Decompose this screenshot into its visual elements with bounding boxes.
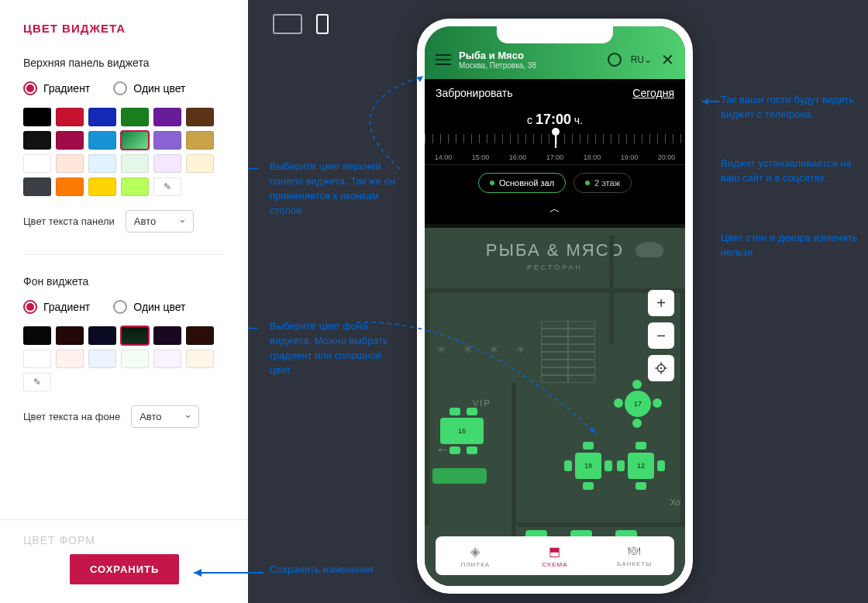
ruler-time-label: 18:00 (584, 153, 601, 161)
zoom-in-button[interactable]: + (648, 290, 674, 316)
nav-tile[interactable]: ◈ ПЛИТКА (436, 536, 515, 575)
color-swatch[interactable] (56, 131, 84, 150)
svg-marker-20 (702, 98, 708, 105)
radio-gradient-header[interactable]: Градиент (23, 81, 90, 95)
header-color-mode-radios: Градиент Один цвет (23, 81, 225, 95)
table-17[interactable]: 17 (625, 391, 651, 417)
time-marker-icon[interactable] (555, 131, 556, 148)
sidebar-footer: ЦВЕТ ФОРМ СОХРАНИТЬ (0, 519, 248, 603)
restaurant-address: Москва, Петровка, 38 (459, 61, 536, 70)
color-swatch[interactable] (56, 154, 84, 173)
color-swatch[interactable] (23, 131, 51, 150)
sidebar-title: ЦВЕТ ВИДЖЕТА (23, 22, 225, 35)
color-swatch[interactable] (186, 154, 214, 173)
annotation-save: Сохранить изменения (270, 563, 378, 577)
desktop-preview-icon[interactable] (273, 14, 302, 34)
color-swatch[interactable] (121, 154, 149, 173)
table-18[interactable]: 18 (575, 453, 601, 479)
plant-icon: ✶ (462, 341, 474, 358)
locate-button[interactable] (648, 355, 674, 381)
color-swatch[interactable] (186, 326, 214, 345)
bg-text-color-select[interactable]: Авто (131, 405, 199, 428)
color-swatch[interactable] (121, 326, 149, 345)
phone-call-icon[interactable] (608, 53, 622, 67)
radio-dot-icon (23, 300, 37, 314)
custom-color-swatch[interactable]: ✎ (153, 177, 181, 196)
color-swatch[interactable] (23, 177, 51, 196)
color-swatch[interactable] (88, 154, 116, 173)
color-swatch[interactable] (56, 326, 84, 345)
color-swatch[interactable] (88, 177, 116, 196)
annotation-bg-color: Выберите цвет фона виджета. Можно выбрат… (270, 319, 394, 377)
radio-single-bg-label: Один цвет (133, 301, 185, 313)
zoom-controls: + − (648, 290, 674, 381)
stairs-icon (541, 321, 595, 383)
custom-color-swatch[interactable]: ✎ (23, 373, 51, 391)
color-swatch[interactable] (88, 131, 116, 150)
color-swatch[interactable] (56, 108, 84, 126)
bg-swatch-grid: ✎ (23, 326, 225, 391)
color-swatch[interactable] (121, 131, 149, 150)
today-link[interactable]: Сегодня (632, 87, 674, 99)
close-icon[interactable]: ✕ (661, 50, 674, 69)
bg-color-mode-radios: Градиент Один цвет (23, 300, 225, 314)
device-preview-toggle (273, 14, 329, 34)
nav-scheme[interactable]: ⬒ СХЕМА (515, 536, 595, 575)
radio-single-bg[interactable]: Один цвет (113, 300, 185, 314)
booth (432, 468, 487, 484)
color-swatch[interactable] (56, 177, 84, 196)
lamp-icon (636, 242, 663, 257)
time-ruler[interactable]: 14:0015:0016:0017:0018:0019:0020:00 (425, 129, 685, 165)
color-swatch[interactable] (186, 108, 214, 126)
color-swatch[interactable] (88, 108, 116, 126)
ruler-time-label: 16:00 (509, 153, 527, 161)
color-swatch[interactable] (23, 350, 51, 368)
header-swatch-grid: ✎ (23, 108, 225, 196)
collapse-chevron-icon[interactable]: ︿ (425, 199, 685, 224)
table-16[interactable]: 16 (440, 418, 484, 444)
radio-dot-icon (113, 300, 127, 314)
annotation-install: Виджет устанавливается на ваш сайт и в с… (721, 157, 860, 186)
table-12[interactable]: 12 (628, 453, 654, 479)
phone-frame: Рыба и Мясо Москва, Петровка, 38 RU⌄ ✕ З… (417, 19, 693, 594)
section-header-title: Верхняя панель виджета (23, 57, 225, 69)
color-swatch[interactable] (153, 326, 181, 345)
header-text-color-select[interactable]: Авто (126, 210, 194, 233)
color-swatch[interactable] (23, 108, 51, 126)
ruler-time-label: 15:00 (472, 153, 490, 161)
arrow-icon: ← (245, 318, 262, 338)
color-swatch[interactable] (186, 350, 214, 368)
color-swatch[interactable] (121, 108, 149, 126)
color-swatch[interactable] (88, 350, 116, 368)
color-swatch[interactable] (153, 350, 181, 368)
phone-preview-icon[interactable] (316, 14, 329, 34)
hall-floor2-pill[interactable]: 2 этаж (574, 173, 632, 193)
color-swatch[interactable] (121, 350, 149, 368)
banquet-icon: 🍽 (628, 544, 641, 558)
ruler-time-label: 20:00 (658, 153, 676, 161)
tile-icon: ◈ (470, 544, 480, 559)
floor-plan[interactable]: РЫБА & МЯСО РЕСТОРАН (425, 228, 685, 586)
radio-gradient-bg[interactable]: Градиент (23, 300, 90, 314)
next-section-faded: ЦВЕТ ФОРМ (23, 534, 225, 546)
radio-single-header[interactable]: Один цвет (113, 81, 185, 95)
annotation-walls: Цвет стен и декора изменять нельзя (721, 231, 860, 260)
color-swatch[interactable] (153, 154, 181, 173)
color-swatch[interactable] (153, 131, 181, 150)
color-swatch[interactable] (186, 131, 214, 150)
color-swatch[interactable] (23, 154, 51, 173)
color-swatch[interactable] (121, 177, 149, 196)
annotation-header-color: Выберите цвет верхней панели виджета. Та… (270, 160, 401, 218)
color-swatch[interactable] (23, 326, 51, 345)
zoom-out-button[interactable]: − (648, 322, 674, 349)
hall-main-pill[interactable]: Основной зал (478, 173, 566, 193)
nav-banquet[interactable]: 🍽 БАНКЕТЫ (594, 536, 674, 575)
color-swatch[interactable] (56, 350, 84, 368)
save-button[interactable]: СОХРАНИТЬ (70, 554, 179, 584)
language-select[interactable]: RU⌄ (631, 54, 652, 65)
menu-icon[interactable] (436, 54, 451, 65)
header-text-color-row: Цвет текста панели Авто (23, 210, 225, 233)
color-swatch[interactable] (153, 108, 181, 126)
bg-text-color-label: Цвет текста на фоне (23, 411, 120, 422)
color-swatch[interactable] (88, 326, 116, 345)
